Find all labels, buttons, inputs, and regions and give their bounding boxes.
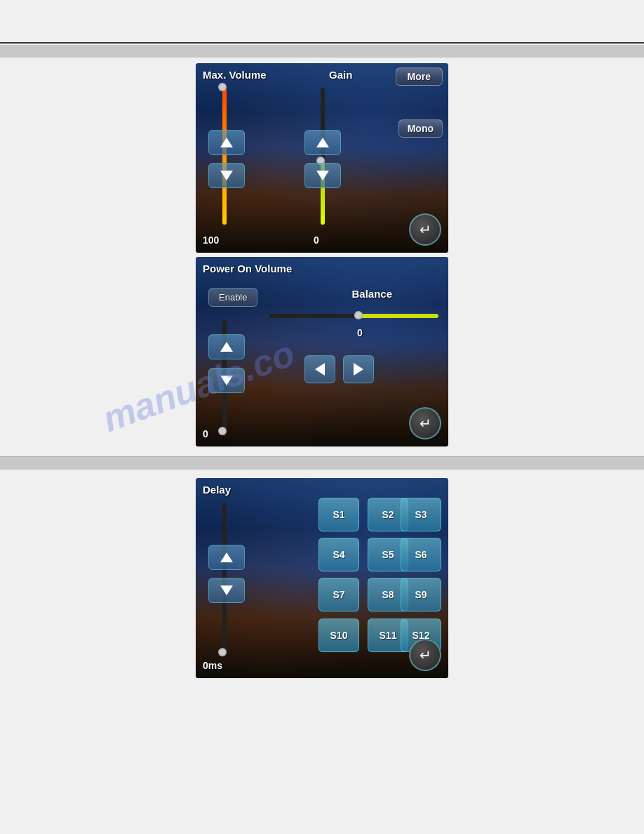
max-volume-fill xyxy=(222,88,227,225)
s3-button[interactable]: S3 xyxy=(401,498,441,531)
section-bar-top xyxy=(0,45,644,58)
max-volume-value: 100 xyxy=(203,234,219,246)
screen-power-on-volume: Power On Volume Enable 0 Balance 0 xyxy=(196,257,448,446)
screen-max-volume: Max. Volume Gain More Mono 100 xyxy=(196,63,448,253)
power-on-down-button[interactable] xyxy=(208,368,245,393)
power-on-volume-title: Power On Volume xyxy=(203,263,292,274)
s10-button[interactable]: S10 xyxy=(318,618,359,652)
back-button-1[interactable] xyxy=(409,213,441,246)
s9-button[interactable]: S9 xyxy=(401,578,441,611)
max-volume-title: Max. Volume xyxy=(203,69,267,81)
balance-label: Balance xyxy=(351,288,392,300)
gain-down-button[interactable] xyxy=(304,163,341,188)
s1-button[interactable]: S1 xyxy=(318,498,359,531)
balance-slider-container xyxy=(269,313,438,320)
section-gap xyxy=(0,451,644,456)
balance-left-button[interactable] xyxy=(304,355,335,383)
power-on-value: 0 xyxy=(203,428,208,439)
s7-button[interactable]: S7 xyxy=(318,578,359,611)
more-button[interactable]: More xyxy=(396,67,443,86)
screens-container: Max. Volume Gain More Mono 100 xyxy=(0,63,644,696)
delay-down-button[interactable] xyxy=(208,578,245,603)
page: manuals.co Max. Volume Gain More Mono xyxy=(0,0,644,834)
max-volume-down-button[interactable] xyxy=(208,163,245,188)
section-bar-mid xyxy=(0,457,644,470)
s4-button[interactable]: S4 xyxy=(318,538,359,571)
back-button-2[interactable] xyxy=(409,407,441,439)
gain-up-button[interactable] xyxy=(304,130,341,155)
enable-button[interactable]: Enable xyxy=(208,288,257,307)
back-button-3[interactable] xyxy=(409,639,441,671)
balance-thumb[interactable] xyxy=(354,311,363,319)
balance-right-button[interactable] xyxy=(343,355,374,383)
delay-up-button[interactable] xyxy=(208,545,245,570)
mono-button[interactable]: Mono xyxy=(398,119,443,138)
max-volume-up-button[interactable] xyxy=(208,130,245,155)
delay-title: Delay xyxy=(203,484,231,496)
power-on-up-button[interactable] xyxy=(208,334,245,359)
balance-value: 0 xyxy=(357,327,363,338)
gain-title: Gain xyxy=(329,69,352,81)
delay-value: 0ms xyxy=(203,660,222,671)
screen-delay: Delay 0ms S1 S2 S3 S4 S5 S6 S7 S8 S9 xyxy=(196,478,448,678)
s6-button[interactable]: S6 xyxy=(401,538,441,571)
max-volume-thumb[interactable] xyxy=(218,83,227,91)
delay-thumb[interactable] xyxy=(218,648,227,656)
top-divider xyxy=(0,42,644,44)
balance-fill xyxy=(354,314,439,318)
power-on-thumb[interactable] xyxy=(218,427,227,435)
gain-value: 0 xyxy=(314,234,319,246)
